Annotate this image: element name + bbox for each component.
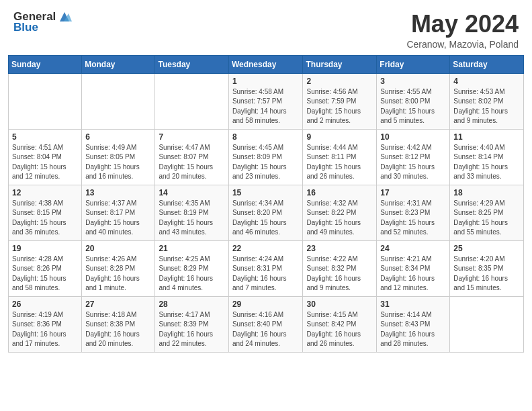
day-info: Sunrise: 4:20 AM Sunset: 8:35 PM Dayligh… xyxy=(453,255,520,293)
day-cell: 12Sunrise: 4:38 AM Sunset: 8:15 PM Dayli… xyxy=(9,185,82,240)
day-number: 12 xyxy=(12,188,78,197)
day-cell: 31Sunrise: 4:14 AM Sunset: 8:43 PM Dayli… xyxy=(377,296,450,352)
subtitle: Ceranow, Mazovia, Poland xyxy=(406,39,519,50)
day-info: Sunrise: 4:29 AM Sunset: 8:25 PM Dayligh… xyxy=(453,199,520,238)
day-header-monday: Monday xyxy=(82,55,155,73)
day-info: Sunrise: 4:35 AM Sunset: 8:19 PM Dayligh… xyxy=(159,199,224,238)
day-info: Sunrise: 4:17 AM Sunset: 8:39 PM Dayligh… xyxy=(159,310,224,349)
day-cell: 15Sunrise: 4:34 AM Sunset: 8:20 PM Dayli… xyxy=(228,185,303,240)
day-number: 17 xyxy=(380,188,446,197)
calendar-table: SundayMondayTuesdayWednesdayThursdayFrid… xyxy=(8,55,524,353)
day-cell: 13Sunrise: 4:37 AM Sunset: 8:17 PM Dayli… xyxy=(82,185,155,240)
day-info: Sunrise: 4:42 AM Sunset: 8:12 PM Dayligh… xyxy=(380,143,446,182)
day-number: 2 xyxy=(306,77,373,86)
day-number: 5 xyxy=(12,132,78,142)
day-cell: 23Sunrise: 4:22 AM Sunset: 8:32 PM Dayli… xyxy=(303,240,377,296)
day-cell: 14Sunrise: 4:35 AM Sunset: 8:19 PM Dayli… xyxy=(155,185,228,240)
day-cell: 11Sunrise: 4:40 AM Sunset: 8:14 PM Dayli… xyxy=(450,129,524,185)
day-info: Sunrise: 4:51 AM Sunset: 8:04 PM Dayligh… xyxy=(12,143,78,182)
day-cell: 19Sunrise: 4:28 AM Sunset: 8:26 PM Dayli… xyxy=(9,240,82,296)
day-header-thursday: Thursday xyxy=(303,55,377,73)
day-number: 4 xyxy=(453,77,520,86)
day-cell: 26Sunrise: 4:19 AM Sunset: 8:36 PM Dayli… xyxy=(9,296,82,352)
day-number: 14 xyxy=(159,188,224,197)
day-cell xyxy=(155,73,228,129)
day-cell: 28Sunrise: 4:17 AM Sunset: 8:39 PM Dayli… xyxy=(155,296,228,352)
day-number: 26 xyxy=(12,300,78,309)
day-cell: 25Sunrise: 4:20 AM Sunset: 8:35 PM Dayli… xyxy=(450,240,524,296)
day-cell: 30Sunrise: 4:15 AM Sunset: 8:42 PM Dayli… xyxy=(303,296,377,352)
week-row-1: 1Sunrise: 4:58 AM Sunset: 7:57 PM Daylig… xyxy=(9,73,524,129)
day-number: 1 xyxy=(232,77,300,86)
day-cell: 24Sunrise: 4:21 AM Sunset: 8:34 PM Dayli… xyxy=(377,240,450,296)
day-number: 22 xyxy=(232,244,300,253)
day-info: Sunrise: 4:55 AM Sunset: 8:00 PM Dayligh… xyxy=(380,87,446,126)
day-info: Sunrise: 4:49 AM Sunset: 8:05 PM Dayligh… xyxy=(85,143,151,182)
day-number: 9 xyxy=(306,132,373,142)
day-cell: 2Sunrise: 4:56 AM Sunset: 7:59 PM Daylig… xyxy=(303,73,377,129)
day-info: Sunrise: 4:28 AM Sunset: 8:26 PM Dayligh… xyxy=(12,255,78,293)
day-info: Sunrise: 4:16 AM Sunset: 8:40 PM Dayligh… xyxy=(232,310,300,349)
day-number: 20 xyxy=(85,244,151,253)
day-info: Sunrise: 4:15 AM Sunset: 8:42 PM Dayligh… xyxy=(306,310,373,349)
day-info: Sunrise: 4:44 AM Sunset: 8:11 PM Dayligh… xyxy=(306,143,373,182)
day-info: Sunrise: 4:45 AM Sunset: 8:09 PM Dayligh… xyxy=(232,143,300,182)
day-cell: 8Sunrise: 4:45 AM Sunset: 8:09 PM Daylig… xyxy=(228,129,303,185)
day-info: Sunrise: 4:21 AM Sunset: 8:34 PM Dayligh… xyxy=(380,255,446,293)
day-cell: 16Sunrise: 4:32 AM Sunset: 8:22 PM Dayli… xyxy=(303,185,377,240)
day-info: Sunrise: 4:47 AM Sunset: 8:07 PM Dayligh… xyxy=(159,143,224,182)
day-number: 18 xyxy=(453,188,520,197)
day-number: 8 xyxy=(232,132,300,142)
day-number: 11 xyxy=(453,132,520,142)
day-cell: 17Sunrise: 4:31 AM Sunset: 8:23 PM Dayli… xyxy=(377,185,450,240)
day-number: 24 xyxy=(380,244,446,253)
day-cell: 6Sunrise: 4:49 AM Sunset: 8:05 PM Daylig… xyxy=(82,129,155,185)
day-number: 27 xyxy=(85,300,151,309)
day-cell: 3Sunrise: 4:55 AM Sunset: 8:00 PM Daylig… xyxy=(377,73,450,129)
calendar-container: SundayMondayTuesdayWednesdayThursdayFrid… xyxy=(0,55,532,361)
day-cell: 5Sunrise: 4:51 AM Sunset: 8:04 PM Daylig… xyxy=(9,129,82,185)
day-info: Sunrise: 4:24 AM Sunset: 8:31 PM Dayligh… xyxy=(232,255,300,293)
day-info: Sunrise: 4:19 AM Sunset: 8:36 PM Dayligh… xyxy=(12,310,78,349)
day-cell: 20Sunrise: 4:26 AM Sunset: 8:28 PM Dayli… xyxy=(82,240,155,296)
day-cell xyxy=(450,296,524,352)
day-number: 28 xyxy=(159,300,224,309)
day-number: 31 xyxy=(380,300,446,309)
day-number: 3 xyxy=(380,77,446,86)
day-number: 6 xyxy=(85,132,151,142)
day-info: Sunrise: 4:32 AM Sunset: 8:22 PM Dayligh… xyxy=(306,199,373,238)
day-cell: 21Sunrise: 4:25 AM Sunset: 8:29 PM Dayli… xyxy=(155,240,228,296)
day-number: 23 xyxy=(306,244,373,253)
main-title: May 2024 xyxy=(406,11,519,38)
day-header-tuesday: Tuesday xyxy=(155,55,228,73)
day-info: Sunrise: 4:22 AM Sunset: 8:32 PM Dayligh… xyxy=(306,255,373,293)
day-cell: 4Sunrise: 4:53 AM Sunset: 8:02 PM Daylig… xyxy=(450,73,524,129)
week-row-4: 19Sunrise: 4:28 AM Sunset: 8:26 PM Dayli… xyxy=(9,240,524,296)
day-info: Sunrise: 4:56 AM Sunset: 7:59 PM Dayligh… xyxy=(306,87,373,126)
day-cell: 22Sunrise: 4:24 AM Sunset: 8:31 PM Dayli… xyxy=(228,240,303,296)
day-info: Sunrise: 4:14 AM Sunset: 8:43 PM Dayligh… xyxy=(380,310,446,349)
day-info: Sunrise: 4:38 AM Sunset: 8:15 PM Dayligh… xyxy=(12,199,78,238)
day-number: 15 xyxy=(232,188,300,197)
day-header-saturday: Saturday xyxy=(450,55,524,73)
day-info: Sunrise: 4:37 AM Sunset: 8:17 PM Dayligh… xyxy=(85,199,151,238)
day-info: Sunrise: 4:31 AM Sunset: 8:23 PM Dayligh… xyxy=(380,199,446,238)
day-number: 29 xyxy=(232,300,300,309)
week-row-5: 26Sunrise: 4:19 AM Sunset: 8:36 PM Dayli… xyxy=(9,296,524,352)
header: General Blue May 2024 Ceranow, Mazovia, … xyxy=(0,0,532,55)
day-cell: 18Sunrise: 4:29 AM Sunset: 8:25 PM Dayli… xyxy=(450,185,524,240)
day-header-wednesday: Wednesday xyxy=(228,55,303,73)
day-info: Sunrise: 4:53 AM Sunset: 8:02 PM Dayligh… xyxy=(453,87,520,126)
day-header-sunday: Sunday xyxy=(9,55,82,73)
day-info: Sunrise: 4:25 AM Sunset: 8:29 PM Dayligh… xyxy=(159,255,224,293)
day-number: 21 xyxy=(159,244,224,253)
logo-blue: Blue xyxy=(13,21,72,34)
day-info: Sunrise: 4:40 AM Sunset: 8:14 PM Dayligh… xyxy=(453,143,520,182)
day-number: 16 xyxy=(306,188,373,197)
day-cell xyxy=(9,73,82,129)
day-cell xyxy=(82,73,155,129)
day-number: 19 xyxy=(12,244,78,253)
day-info: Sunrise: 4:18 AM Sunset: 8:38 PM Dayligh… xyxy=(85,310,151,349)
day-number: 10 xyxy=(380,132,446,142)
day-header-friday: Friday xyxy=(377,55,450,73)
